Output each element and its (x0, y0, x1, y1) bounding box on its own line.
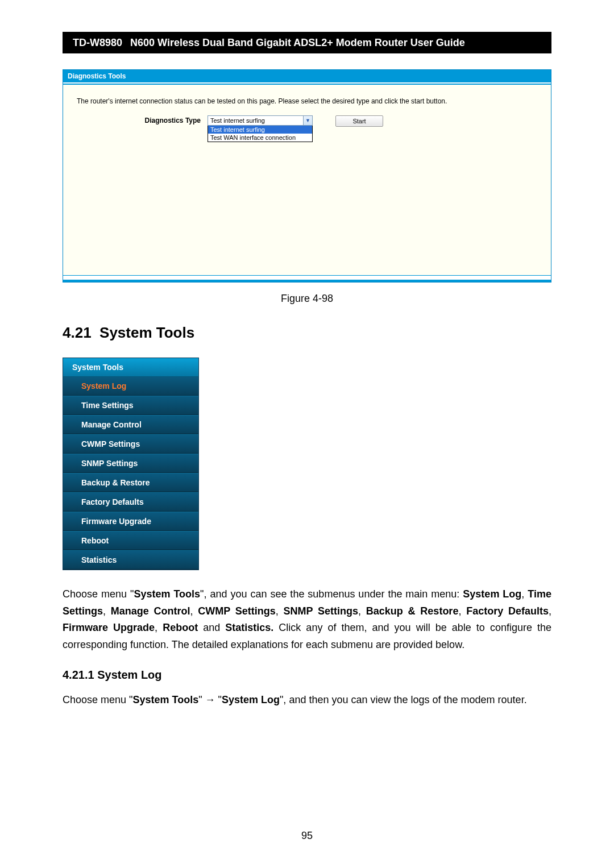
text: , (103, 605, 111, 617)
diagnostics-row: Diagnostics Type Test internet surfing ▼… (77, 115, 537, 142)
panel-desc: The router's internet connection status … (77, 97, 537, 105)
text-bold: Reboot (163, 622, 198, 633)
menu-item[interactable]: System Log (63, 377, 198, 396)
text: , (155, 622, 163, 633)
text-bold: CWMP Settings (198, 605, 275, 617)
diagnostics-panel: Diagnostics Tools The router's internet … (63, 69, 551, 283)
section-heading: 4.21 System Tools (63, 324, 551, 342)
dropdown-selected-box[interactable]: Test internet surfing ▼ (208, 115, 313, 126)
menu-item[interactable]: Reboot (63, 531, 198, 550)
text: , (549, 605, 551, 617)
menu-item[interactable]: Statistics (63, 550, 198, 570)
text: Choose menu " (63, 588, 134, 600)
text-bold: Backup & Restore (366, 605, 459, 617)
text: Choose menu " (63, 694, 132, 705)
model-name: TD-W8980 (63, 37, 130, 49)
paragraph: Choose menu "System Tools" → "System Log… (63, 692, 551, 709)
subsection-number: 4.21.1 (63, 668, 94, 681)
dropdown-option[interactable]: Test WAN interface connection (208, 134, 312, 142)
figure-caption: Figure 4-98 (63, 293, 551, 305)
section-number: 4.21 (63, 324, 92, 341)
text: , (458, 605, 466, 617)
chevron-down-icon[interactable]: ▼ (303, 116, 312, 125)
text-bold: Statistics. (225, 622, 273, 633)
doc-header: TD-W8980 N600 Wireless Dual Band Gigabit… (63, 32, 551, 53)
dropdown-option[interactable]: Test internet surfing (208, 126, 312, 134)
diagnostics-type-label: Diagnostics Type (77, 115, 208, 124)
text: , (521, 588, 528, 600)
doc-subtitle: N600 Wireless Dual Band Gigabit ADSL2+ M… (130, 37, 475, 49)
text-bold: System Log (463, 588, 521, 600)
diagnostics-type-dropdown[interactable]: Test internet surfing ▼ Test internet su… (208, 115, 313, 142)
dropdown-list[interactable]: Test internet surfing Test WAN interface… (208, 126, 313, 142)
figure-4-98: Diagnostics Tools The router's internet … (63, 69, 551, 305)
text: and (198, 622, 225, 633)
panel-body: The router's internet connection status … (63, 85, 551, 275)
text-bold: Factory Defaults (466, 605, 549, 617)
text: , (358, 605, 366, 617)
divider (63, 280, 551, 282)
divider (63, 275, 551, 280)
start-button[interactable]: Start (335, 115, 383, 127)
menu-item[interactable]: Firmware Upgrade (63, 512, 198, 531)
text: , (276, 605, 284, 617)
panel-title: Diagnostics Tools (63, 70, 551, 82)
text-bold: System Tools (134, 588, 200, 600)
menu-item[interactable]: Factory Defaults (63, 492, 198, 512)
text-bold: Firmware Upgrade (63, 622, 155, 633)
menu-item[interactable]: Time Settings (63, 396, 198, 415)
menu-item[interactable]: Backup & Restore (63, 473, 198, 492)
dropdown-selected-value: Test internet surfing (208, 117, 303, 124)
subsection-title: System Log (97, 668, 161, 681)
arrow-icon: " → " (198, 694, 222, 705)
text-bold: System Tools (132, 694, 198, 705)
subsection-heading: 4.21.1 System Log (63, 668, 551, 682)
menu-header[interactable]: System Tools (63, 358, 198, 377)
text-bold: SNMP Settings (284, 605, 358, 617)
menu-item[interactable]: Manage Control (63, 415, 198, 434)
text: ", and then you can view the logs of the… (280, 694, 527, 705)
menu-item[interactable]: SNMP Settings (63, 454, 198, 473)
text-bold: Manage Control (111, 605, 190, 617)
page-number: 95 (0, 830, 614, 842)
menu-item[interactable]: CWMP Settings (63, 434, 198, 454)
text-bold: System Log (222, 694, 280, 705)
paragraph: Choose menu "System Tools", and you can … (63, 586, 551, 654)
text: , (190, 605, 198, 617)
text: ", and you can see the submenus under th… (200, 588, 463, 600)
system-tools-menu: System Tools System LogTime SettingsMana… (63, 358, 199, 570)
section-title: System Tools (99, 324, 194, 341)
